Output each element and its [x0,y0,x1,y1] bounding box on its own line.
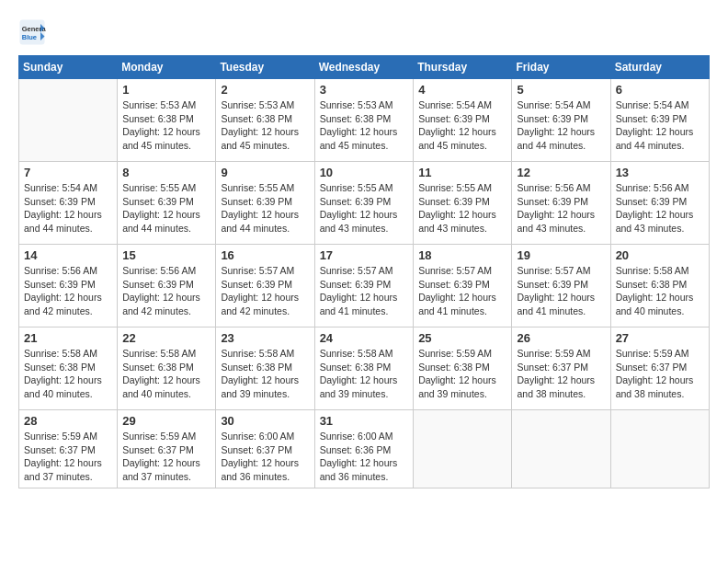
day-number: 26 [517,331,605,345]
calendar-cell: 27Sunrise: 5:59 AMSunset: 6:37 PMDayligh… [610,327,709,410]
calendar-cell: 26Sunrise: 5:59 AMSunset: 6:37 PMDayligh… [512,327,610,410]
day-info: Sunrise: 5:59 AMSunset: 6:37 PMDaylight:… [616,347,704,401]
calendar-cell [19,79,118,162]
calendar-dow-saturday: Saturday [610,56,709,79]
day-number: 4 [418,83,506,97]
calendar-cell: 7Sunrise: 5:54 AMSunset: 6:39 PMDaylight… [19,162,118,245]
day-info: Sunrise: 5:58 AMSunset: 6:38 PMDaylight:… [122,347,210,401]
calendar-cell: 12Sunrise: 5:56 AMSunset: 6:39 PMDayligh… [512,162,610,245]
calendar-cell [414,410,512,488]
calendar-week-row-1: 1Sunrise: 5:53 AMSunset: 6:38 PMDaylight… [19,79,710,162]
calendar-cell: 9Sunrise: 5:55 AMSunset: 6:39 PMDaylight… [216,162,314,245]
calendar-cell: 10Sunrise: 5:55 AMSunset: 6:39 PMDayligh… [314,162,414,245]
calendar-week-row-3: 14Sunrise: 5:56 AMSunset: 6:39 PMDayligh… [19,245,710,327]
calendar-week-row-4: 21Sunrise: 5:58 AMSunset: 6:38 PMDayligh… [19,327,710,410]
day-info: Sunrise: 5:57 AMSunset: 6:39 PMDaylight:… [517,264,605,318]
calendar-dow-thursday: Thursday [414,56,512,79]
day-number: 2 [221,83,309,97]
calendar-cell: 3Sunrise: 5:53 AMSunset: 6:38 PMDaylight… [314,79,414,162]
day-number: 31 [320,414,409,428]
calendar-cell: 4Sunrise: 5:54 AMSunset: 6:39 PMDaylight… [414,79,512,162]
day-number: 29 [122,414,210,428]
day-info: Sunrise: 5:57 AMSunset: 6:39 PMDaylight:… [320,264,409,318]
day-info: Sunrise: 5:58 AMSunset: 6:38 PMDaylight:… [221,347,309,401]
calendar-cell: 2Sunrise: 5:53 AMSunset: 6:38 PMDaylight… [216,79,314,162]
day-number: 1 [122,83,210,97]
calendar-cell: 17Sunrise: 5:57 AMSunset: 6:39 PMDayligh… [314,245,414,327]
day-info: Sunrise: 5:58 AMSunset: 6:38 PMDaylight:… [320,347,409,401]
calendar-cell [610,410,709,488]
logo: General Blue [18,18,50,46]
day-info: Sunrise: 5:58 AMSunset: 6:38 PMDaylight:… [24,347,112,401]
day-info: Sunrise: 6:00 AMSunset: 6:36 PMDaylight:… [320,430,409,484]
calendar-cell: 21Sunrise: 5:58 AMSunset: 6:38 PMDayligh… [19,327,118,410]
day-info: Sunrise: 5:56 AMSunset: 6:39 PMDaylight:… [24,264,112,318]
day-info: Sunrise: 5:59 AMSunset: 6:37 PMDaylight:… [517,347,605,401]
day-number: 17 [320,248,409,262]
calendar-cell: 19Sunrise: 5:57 AMSunset: 6:39 PMDayligh… [512,245,610,327]
calendar-cell: 16Sunrise: 5:57 AMSunset: 6:39 PMDayligh… [216,245,314,327]
day-number: 24 [320,331,409,345]
calendar-cell: 25Sunrise: 5:59 AMSunset: 6:38 PMDayligh… [414,327,512,410]
day-number: 5 [517,83,605,97]
day-info: Sunrise: 5:57 AMSunset: 6:39 PMDaylight:… [418,264,506,318]
calendar-dow-monday: Monday [118,56,216,79]
svg-text:Blue: Blue [22,33,37,41]
day-info: Sunrise: 5:53 AMSunset: 6:38 PMDaylight:… [320,98,409,153]
day-info: Sunrise: 5:54 AMSunset: 6:39 PMDaylight:… [616,98,704,153]
calendar-cell: 1Sunrise: 5:53 AMSunset: 6:38 PMDaylight… [118,79,216,162]
calendar-week-row-2: 7Sunrise: 5:54 AMSunset: 6:39 PMDaylight… [19,162,710,245]
day-info: Sunrise: 5:53 AMSunset: 6:38 PMDaylight:… [221,98,309,153]
day-info: Sunrise: 5:59 AMSunset: 6:38 PMDaylight:… [418,347,506,401]
calendar-cell: 14Sunrise: 5:56 AMSunset: 6:39 PMDayligh… [19,245,118,327]
calendar-cell: 8Sunrise: 5:55 AMSunset: 6:39 PMDaylight… [118,162,216,245]
day-number: 28 [24,414,112,428]
day-number: 8 [122,166,210,179]
day-number: 3 [320,83,409,97]
day-number: 30 [221,414,309,428]
day-number: 16 [221,248,309,262]
day-number: 25 [418,331,506,345]
day-info: Sunrise: 5:56 AMSunset: 6:39 PMDaylight:… [122,264,210,318]
logo-icon: General Blue [18,18,46,46]
day-number: 20 [616,248,704,262]
calendar-dow-friday: Friday [512,56,610,79]
day-info: Sunrise: 5:54 AMSunset: 6:39 PMDaylight:… [418,98,506,153]
calendar-cell: 15Sunrise: 5:56 AMSunset: 6:39 PMDayligh… [118,245,216,327]
day-number: 9 [221,166,309,179]
calendar-cell: 11Sunrise: 5:55 AMSunset: 6:39 PMDayligh… [414,162,512,245]
day-number: 23 [221,331,309,345]
calendar-cell: 28Sunrise: 5:59 AMSunset: 6:37 PMDayligh… [19,410,118,488]
calendar-cell: 5Sunrise: 5:54 AMSunset: 6:39 PMDaylight… [512,79,610,162]
calendar-cell: 31Sunrise: 6:00 AMSunset: 6:36 PMDayligh… [314,410,414,488]
calendar-cell: 22Sunrise: 5:58 AMSunset: 6:38 PMDayligh… [118,327,216,410]
day-number: 22 [122,331,210,345]
day-number: 12 [517,166,605,179]
day-number: 19 [517,248,605,262]
day-info: Sunrise: 5:59 AMSunset: 6:37 PMDaylight:… [24,430,112,484]
calendar-cell: 13Sunrise: 5:56 AMSunset: 6:39 PMDayligh… [610,162,709,245]
calendar-cell: 18Sunrise: 5:57 AMSunset: 6:39 PMDayligh… [414,245,512,327]
page-header: General Blue [18,18,710,46]
calendar-table: SundayMondayTuesdayWednesdayThursdayFrid… [18,55,710,488]
day-info: Sunrise: 5:55 AMSunset: 6:39 PMDaylight:… [122,181,210,236]
day-number: 18 [418,248,506,262]
day-info: Sunrise: 5:54 AMSunset: 6:39 PMDaylight:… [517,98,605,153]
day-info: Sunrise: 5:55 AMSunset: 6:39 PMDaylight:… [418,181,506,236]
day-info: Sunrise: 5:57 AMSunset: 6:39 PMDaylight:… [221,264,309,318]
day-number: 15 [122,248,210,262]
day-info: Sunrise: 6:00 AMSunset: 6:37 PMDaylight:… [221,430,309,484]
day-number: 14 [24,248,112,262]
day-info: Sunrise: 5:58 AMSunset: 6:38 PMDaylight:… [616,264,704,318]
day-number: 27 [616,331,704,345]
calendar-header-row: SundayMondayTuesdayWednesdayThursdayFrid… [19,56,710,79]
day-info: Sunrise: 5:55 AMSunset: 6:39 PMDaylight:… [221,181,309,236]
day-number: 13 [616,166,704,179]
day-info: Sunrise: 5:56 AMSunset: 6:39 PMDaylight:… [517,181,605,236]
calendar-cell: 23Sunrise: 5:58 AMSunset: 6:38 PMDayligh… [216,327,314,410]
day-number: 7 [24,166,112,179]
calendar-cell: 30Sunrise: 6:00 AMSunset: 6:37 PMDayligh… [216,410,314,488]
calendar-dow-sunday: Sunday [19,56,118,79]
day-info: Sunrise: 5:55 AMSunset: 6:39 PMDaylight:… [320,181,409,236]
calendar-dow-wednesday: Wednesday [314,56,414,79]
